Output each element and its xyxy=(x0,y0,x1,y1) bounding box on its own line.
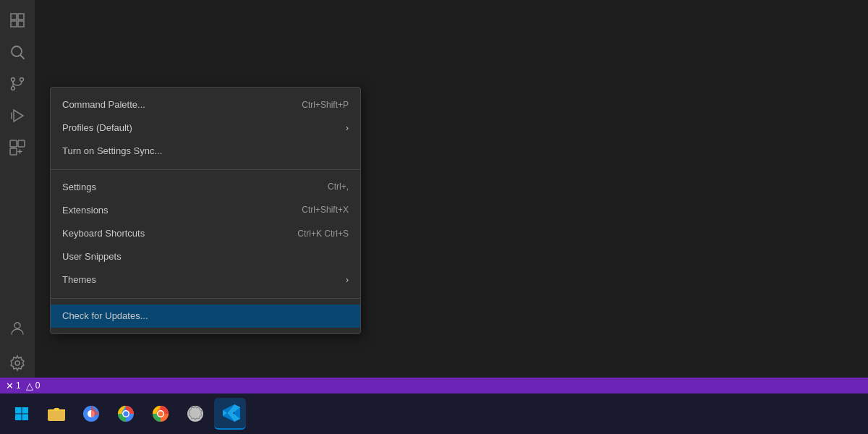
command-palette-item[interactable]: Command Palette... Ctrl+Shift+P xyxy=(51,93,360,116)
activity-bar xyxy=(0,0,35,386)
svg-point-26 xyxy=(124,412,129,417)
context-menu: Command Palette... Ctrl+Shift+P Profiles… xyxy=(50,87,361,334)
menu-section-1: Command Palette... Ctrl+Shift+P Profiles… xyxy=(51,90,360,166)
svg-line-5 xyxy=(21,56,25,59)
check-updates-item[interactable]: Check for Updates... xyxy=(51,305,360,328)
settings-sync-item[interactable]: Turn on Settings Sync... xyxy=(51,140,360,163)
keyboard-shortcuts-item[interactable]: Keyboard Shortcuts Ctrl+K Ctrl+S xyxy=(51,222,360,245)
extensions-icon[interactable] xyxy=(3,133,32,162)
svg-rect-0 xyxy=(11,14,17,20)
svg-rect-13 xyxy=(18,140,25,147)
themes-item[interactable]: Themes › xyxy=(51,268,360,292)
vscode-taskbar-button[interactable] xyxy=(214,398,246,430)
menu-separator-2 xyxy=(51,298,360,299)
account-icon[interactable] xyxy=(3,314,32,343)
menu-separator-1 xyxy=(51,169,360,170)
chrome-button[interactable] xyxy=(110,398,142,430)
svg-marker-10 xyxy=(14,110,23,122)
manage-icon[interactable] xyxy=(3,349,32,378)
source-control-icon[interactable] xyxy=(3,69,32,98)
svg-rect-19 xyxy=(15,414,22,421)
svg-rect-20 xyxy=(22,414,29,421)
svg-rect-2 xyxy=(11,21,17,27)
svg-rect-12 xyxy=(10,140,17,147)
user-snippets-item[interactable]: User Snippets xyxy=(51,245,360,268)
menu-section-2: Settings Ctrl+, Extensions Ctrl+Shift+X … xyxy=(51,173,360,295)
svg-rect-1 xyxy=(18,14,24,20)
run-debug-icon[interactable] xyxy=(3,101,32,130)
explorer-icon[interactable] xyxy=(3,6,32,35)
svg-point-7 xyxy=(20,78,24,82)
extensions-item[interactable]: Extensions Ctrl+Shift+X xyxy=(51,199,360,222)
error-icon: ✕ xyxy=(6,380,14,391)
svg-point-15 xyxy=(14,323,20,328)
activity-bar-bottom xyxy=(3,314,32,380)
search-icon[interactable] xyxy=(3,38,32,67)
system-settings-button[interactable] xyxy=(179,398,211,430)
svg-point-29 xyxy=(158,412,163,417)
svg-point-16 xyxy=(15,361,20,365)
menu-section-3: Check for Updates... xyxy=(51,302,360,331)
svg-rect-21 xyxy=(48,409,65,421)
svg-rect-17 xyxy=(15,407,22,414)
settings-item[interactable]: Settings Ctrl+, xyxy=(51,176,360,199)
svg-rect-14 xyxy=(10,148,17,155)
svg-rect-3 xyxy=(18,21,24,27)
profiles-item[interactable]: Profiles (Default) › xyxy=(51,116,360,140)
file-explorer-button[interactable] xyxy=(41,398,72,430)
status-bar: ✕ 1 △ 0 xyxy=(0,378,868,393)
svg-point-8 xyxy=(12,87,15,90)
svg-rect-18 xyxy=(22,407,29,414)
svg-point-6 xyxy=(12,78,15,82)
start-button[interactable] xyxy=(6,398,38,430)
error-count[interactable]: ✕ 1 △ 0 xyxy=(6,380,40,391)
taskbar xyxy=(0,393,868,434)
chrome-button-2[interactable] xyxy=(145,398,176,430)
warning-icon: △ xyxy=(26,380,33,391)
chromium-button[interactable] xyxy=(75,398,107,430)
